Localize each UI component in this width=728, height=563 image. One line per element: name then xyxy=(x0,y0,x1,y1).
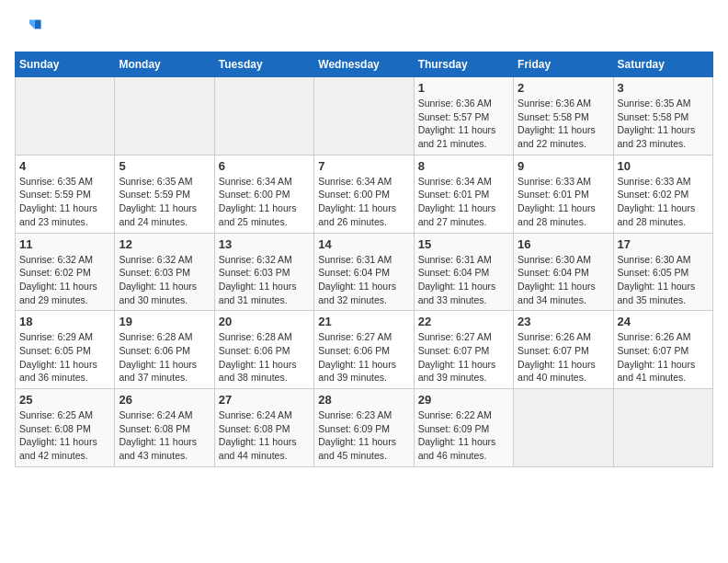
cell-info: Sunrise: 6:30 AM Sunset: 6:05 PM Dayligh… xyxy=(618,253,709,307)
calendar-cell: 7Sunrise: 6:34 AM Sunset: 6:00 PM Daylig… xyxy=(314,155,414,233)
cell-info: Sunrise: 6:28 AM Sunset: 6:06 PM Dayligh… xyxy=(219,330,310,385)
day-number: 17 xyxy=(618,237,709,251)
calendar-cell: 14Sunrise: 6:31 AM Sunset: 6:04 PM Dayli… xyxy=(314,233,414,311)
svg-marker-1 xyxy=(29,20,35,29)
day-header-wednesday: Wednesday xyxy=(314,52,414,77)
cell-info: Sunrise: 6:35 AM Sunset: 5:59 PM Dayligh… xyxy=(119,175,210,229)
day-number: 5 xyxy=(119,159,210,173)
day-number: 4 xyxy=(19,159,110,173)
day-number: 11 xyxy=(19,237,110,251)
day-number: 20 xyxy=(219,315,310,328)
calendar-cell: 23Sunrise: 6:26 AM Sunset: 6:07 PM Dayli… xyxy=(514,311,613,389)
day-number: 18 xyxy=(19,315,110,328)
cell-info: Sunrise: 6:31 AM Sunset: 6:04 PM Dayligh… xyxy=(318,253,409,307)
cell-info: Sunrise: 6:35 AM Sunset: 5:58 PM Dayligh… xyxy=(618,97,709,151)
day-header-thursday: Thursday xyxy=(414,52,513,77)
calendar-cell xyxy=(115,77,214,155)
cell-info: Sunrise: 6:25 AM Sunset: 6:08 PM Dayligh… xyxy=(19,408,110,463)
calendar-cell xyxy=(613,389,712,467)
logo-icon xyxy=(17,15,42,40)
cell-info: Sunrise: 6:34 AM Sunset: 6:01 PM Dayligh… xyxy=(418,175,509,229)
calendar-week-4: 18Sunrise: 6:29 AM Sunset: 6:05 PM Dayli… xyxy=(16,311,713,389)
day-number: 22 xyxy=(418,315,509,328)
calendar-cell: 4Sunrise: 6:35 AM Sunset: 5:59 PM Daylig… xyxy=(16,155,115,233)
day-number: 12 xyxy=(119,237,210,251)
calendar-cell: 25Sunrise: 6:25 AM Sunset: 6:08 PM Dayli… xyxy=(16,389,115,467)
cell-info: Sunrise: 6:26 AM Sunset: 6:07 PM Dayligh… xyxy=(618,330,709,385)
cell-info: Sunrise: 6:22 AM Sunset: 6:09 PM Dayligh… xyxy=(418,408,509,463)
svg-marker-0 xyxy=(35,20,41,29)
calendar-cell: 1Sunrise: 6:36 AM Sunset: 5:57 PM Daylig… xyxy=(414,77,513,155)
calendar-cell: 9Sunrise: 6:33 AM Sunset: 6:01 PM Daylig… xyxy=(514,155,613,233)
calendar-cell: 12Sunrise: 6:32 AM Sunset: 6:03 PM Dayli… xyxy=(115,233,214,311)
calendar-cell: 24Sunrise: 6:26 AM Sunset: 6:07 PM Dayli… xyxy=(613,311,712,389)
calendar-cell: 26Sunrise: 6:24 AM Sunset: 6:08 PM Dayli… xyxy=(115,389,214,467)
day-header-tuesday: Tuesday xyxy=(214,52,313,77)
calendar-cell: 3Sunrise: 6:35 AM Sunset: 5:58 PM Daylig… xyxy=(613,77,712,155)
day-header-saturday: Saturday xyxy=(613,52,712,77)
day-number: 29 xyxy=(418,393,509,407)
calendar-cell: 19Sunrise: 6:28 AM Sunset: 6:06 PM Dayli… xyxy=(115,311,214,389)
calendar-week-5: 25Sunrise: 6:25 AM Sunset: 6:08 PM Dayli… xyxy=(16,389,713,467)
calendar-cell: 8Sunrise: 6:34 AM Sunset: 6:01 PM Daylig… xyxy=(414,155,513,233)
day-number: 27 xyxy=(219,393,310,407)
calendar-cell: 5Sunrise: 6:35 AM Sunset: 5:59 PM Daylig… xyxy=(115,155,214,233)
cell-info: Sunrise: 6:32 AM Sunset: 6:02 PM Dayligh… xyxy=(19,253,110,307)
calendar-cell: 2Sunrise: 6:36 AM Sunset: 5:58 PM Daylig… xyxy=(514,77,613,155)
day-number: 21 xyxy=(318,315,409,328)
calendar-cell xyxy=(214,77,313,155)
cell-info: Sunrise: 6:34 AM Sunset: 6:00 PM Dayligh… xyxy=(318,175,409,229)
day-number: 16 xyxy=(518,237,609,251)
calendar-cell: 6Sunrise: 6:34 AM Sunset: 6:00 PM Daylig… xyxy=(214,155,313,233)
day-number: 15 xyxy=(418,237,509,251)
calendar-cell: 10Sunrise: 6:33 AM Sunset: 6:02 PM Dayli… xyxy=(613,155,712,233)
cell-info: Sunrise: 6:34 AM Sunset: 6:00 PM Dayligh… xyxy=(219,175,310,229)
cell-info: Sunrise: 6:35 AM Sunset: 5:59 PM Dayligh… xyxy=(19,175,110,229)
day-number: 2 xyxy=(518,81,609,95)
day-number: 26 xyxy=(119,393,210,407)
cell-info: Sunrise: 6:23 AM Sunset: 6:09 PM Dayligh… xyxy=(318,408,409,463)
cell-info: Sunrise: 6:31 AM Sunset: 6:04 PM Dayligh… xyxy=(418,253,509,307)
day-number: 9 xyxy=(518,159,609,173)
calendar-cell: 27Sunrise: 6:24 AM Sunset: 6:08 PM Dayli… xyxy=(214,389,313,467)
day-number: 25 xyxy=(19,393,110,407)
calendar-cell: 11Sunrise: 6:32 AM Sunset: 6:02 PM Dayli… xyxy=(16,233,115,311)
cell-info: Sunrise: 6:30 AM Sunset: 6:04 PM Dayligh… xyxy=(518,253,609,307)
cell-info: Sunrise: 6:33 AM Sunset: 6:01 PM Dayligh… xyxy=(518,175,609,229)
day-number: 24 xyxy=(618,315,709,328)
day-number: 7 xyxy=(318,159,409,173)
cell-info: Sunrise: 6:36 AM Sunset: 5:57 PM Dayligh… xyxy=(418,97,509,151)
calendar-week-1: 1Sunrise: 6:36 AM Sunset: 5:57 PM Daylig… xyxy=(16,77,713,155)
cell-info: Sunrise: 6:26 AM Sunset: 6:07 PM Dayligh… xyxy=(518,330,609,385)
cell-info: Sunrise: 6:24 AM Sunset: 6:08 PM Dayligh… xyxy=(119,408,210,463)
day-header-monday: Monday xyxy=(115,52,214,77)
day-number: 23 xyxy=(518,315,609,328)
cell-info: Sunrise: 6:27 AM Sunset: 6:06 PM Dayligh… xyxy=(318,330,409,385)
day-header-sunday: Sunday xyxy=(16,52,115,77)
logo xyxy=(15,15,42,44)
day-number: 28 xyxy=(318,393,409,407)
calendar-cell: 13Sunrise: 6:32 AM Sunset: 6:03 PM Dayli… xyxy=(214,233,313,311)
day-header-friday: Friday xyxy=(514,52,613,77)
cell-info: Sunrise: 6:36 AM Sunset: 5:58 PM Dayligh… xyxy=(518,97,609,151)
calendar-cell xyxy=(314,77,414,155)
day-number: 1 xyxy=(418,81,509,95)
day-number: 6 xyxy=(219,159,310,173)
calendar-cell xyxy=(514,389,613,467)
cell-info: Sunrise: 6:27 AM Sunset: 6:07 PM Dayligh… xyxy=(418,330,509,385)
cell-info: Sunrise: 6:24 AM Sunset: 6:08 PM Dayligh… xyxy=(219,408,310,463)
cell-info: Sunrise: 6:28 AM Sunset: 6:06 PM Dayligh… xyxy=(119,330,210,385)
day-number: 8 xyxy=(418,159,509,173)
day-number: 19 xyxy=(119,315,210,328)
calendar-cell: 28Sunrise: 6:23 AM Sunset: 6:09 PM Dayli… xyxy=(314,389,414,467)
day-number: 13 xyxy=(219,237,310,251)
calendar-week-3: 11Sunrise: 6:32 AM Sunset: 6:02 PM Dayli… xyxy=(16,233,713,311)
page-header xyxy=(15,15,713,44)
cell-info: Sunrise: 6:32 AM Sunset: 6:03 PM Dayligh… xyxy=(119,253,210,307)
cell-info: Sunrise: 6:29 AM Sunset: 6:05 PM Dayligh… xyxy=(19,330,110,385)
calendar-cell: 16Sunrise: 6:30 AM Sunset: 6:04 PM Dayli… xyxy=(514,233,613,311)
calendar-cell: 20Sunrise: 6:28 AM Sunset: 6:06 PM Dayli… xyxy=(214,311,313,389)
day-number: 14 xyxy=(318,237,409,251)
calendar-cell: 17Sunrise: 6:30 AM Sunset: 6:05 PM Dayli… xyxy=(613,233,712,311)
day-number: 3 xyxy=(618,81,709,95)
